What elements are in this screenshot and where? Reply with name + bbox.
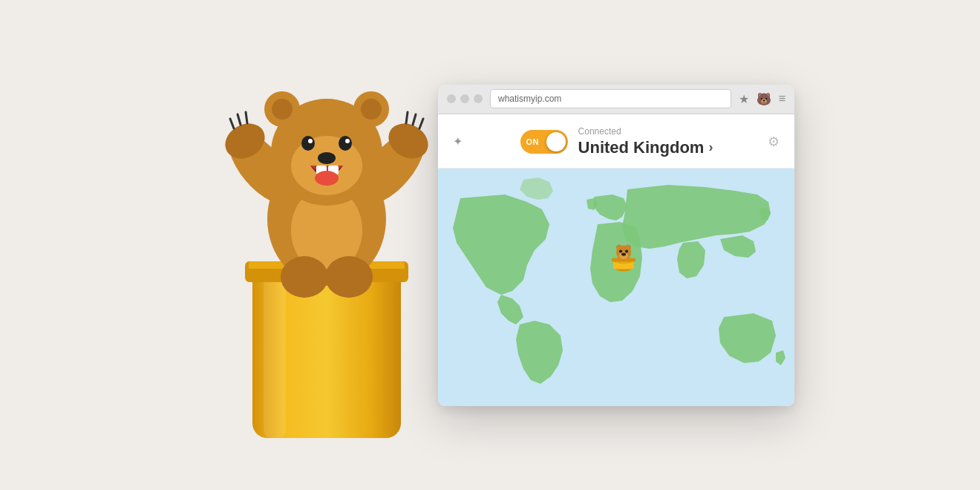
svg-line-7 xyxy=(246,112,247,123)
vpn-popup: ✦ ON Connected United Kingdom › xyxy=(438,114,794,406)
svg-point-27 xyxy=(325,256,373,298)
svg-line-11 xyxy=(406,112,408,123)
map-location-pin xyxy=(609,240,638,278)
vpn-location-chevron-icon: › xyxy=(708,140,713,155)
extension-bear-icon[interactable]: 🐻 xyxy=(757,92,771,106)
vpn-location-name: United Kingdom xyxy=(578,138,705,157)
svg-point-20 xyxy=(308,139,313,143)
svg-line-5 xyxy=(230,119,234,128)
vpn-toggle-area: ON Connected United Kingdom › xyxy=(520,126,713,157)
svg-point-26 xyxy=(281,256,328,298)
browser-window: whatismyip.com ★ 🐻 ≡ ✦ ON xyxy=(438,85,794,406)
svg-point-19 xyxy=(339,136,352,151)
vpn-status-area: Connected United Kingdom › xyxy=(578,126,713,157)
vpn-toggle[interactable]: ON xyxy=(520,130,568,154)
svg-point-14 xyxy=(272,99,293,120)
world-map xyxy=(438,169,794,406)
svg-point-22 xyxy=(318,152,336,164)
svg-point-35 xyxy=(625,245,631,251)
vpn-status-text: Connected xyxy=(578,126,713,137)
svg-point-18 xyxy=(301,136,315,151)
svg-line-6 xyxy=(238,114,241,125)
vpn-location-button[interactable]: United Kingdom › xyxy=(578,138,713,157)
browser-titlebar: whatismyip.com ★ 🐻 ≡ xyxy=(438,85,794,114)
toggle-knob xyxy=(546,132,566,151)
svg-point-39 xyxy=(621,253,626,256)
main-scene: whatismyip.com ★ 🐻 ≡ ✦ ON xyxy=(156,30,824,460)
svg-line-10 xyxy=(413,114,416,125)
browser-action-buttons: ★ 🐻 ≡ xyxy=(739,92,785,106)
svg-point-21 xyxy=(345,139,350,143)
svg-point-16 xyxy=(361,99,382,120)
svg-line-9 xyxy=(419,119,423,128)
svg-point-25 xyxy=(315,171,339,186)
bear-pipe-illustration xyxy=(186,37,468,453)
bear-character xyxy=(223,56,431,308)
world-map-svg xyxy=(438,169,794,406)
address-bar[interactable]: whatismyip.com xyxy=(490,89,731,108)
svg-point-34 xyxy=(616,245,622,251)
menu-icon[interactable]: ≡ xyxy=(779,92,785,105)
svg-point-37 xyxy=(619,250,622,253)
svg-point-38 xyxy=(625,250,628,253)
vpn-header: ✦ ON Connected United Kingdom › xyxy=(438,114,794,169)
bookmark-icon[interactable]: ★ xyxy=(739,92,749,106)
toggle-on-label: ON xyxy=(526,137,540,146)
address-text: whatismyip.com xyxy=(498,94,561,104)
vpn-settings-icon[interactable]: ⚙ xyxy=(768,134,780,150)
browser-maximize-dot xyxy=(474,94,483,103)
